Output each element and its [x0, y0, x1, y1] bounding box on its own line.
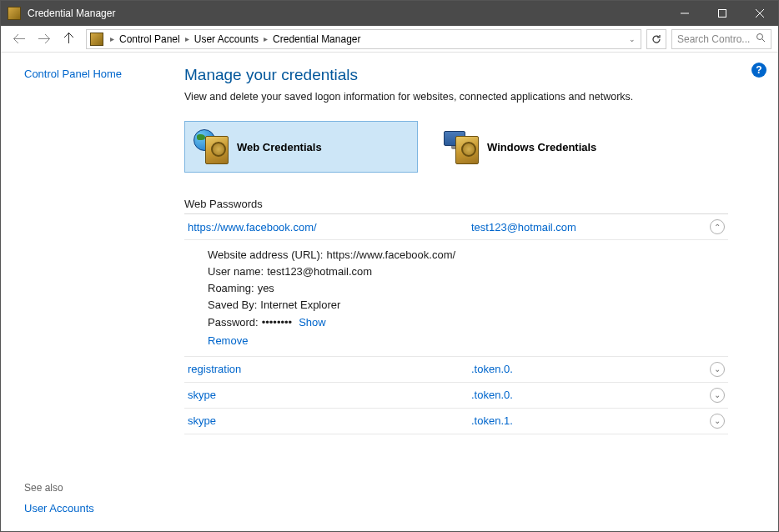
credential-site[interactable]: https://www.facebook.com/ — [188, 221, 471, 233]
back-button[interactable]: 🡠 — [8, 29, 31, 49]
show-password-link[interactable]: Show — [299, 316, 326, 329]
windows-credentials-icon — [444, 129, 479, 164]
chevron-right-icon: ▸ — [107, 34, 118, 43]
app-icon — [8, 7, 21, 20]
page-heading: Manage your credentials — [184, 66, 728, 84]
breadcrumb-item[interactable]: User Accounts — [193, 33, 260, 45]
detail-label: Website address (URL): — [208, 248, 323, 261]
credential-tiles: Web Credentials Windows Credentials — [184, 121, 728, 173]
chevron-right-icon: ▸ — [182, 34, 193, 43]
refresh-button[interactable] — [646, 29, 666, 49]
main-panel: Manage your credentials View and delete … — [184, 53, 778, 531]
close-button[interactable] — [741, 1, 778, 26]
minimize-button[interactable] — [666, 1, 703, 26]
content: ? Control Panel Home See also User Accou… — [1, 53, 778, 531]
detail-value: https://www.facebook.com/ — [326, 248, 455, 261]
maximize-button[interactable] — [703, 1, 741, 26]
breadcrumb-item[interactable]: Credential Manager — [271, 33, 362, 45]
credential-details: Website address (URL):https://www.facebo… — [184, 240, 728, 357]
section-label: Web Passwords — [184, 198, 728, 214]
svg-rect-1 — [718, 10, 726, 18]
search-icon — [756, 33, 766, 45]
search-placeholder: Search Contro... — [677, 33, 750, 45]
breadcrumb[interactable]: ▸ Control Panel ▸ User Accounts ▸ Creden… — [86, 29, 641, 49]
page-subtext: View and delete your saved logon informa… — [184, 91, 728, 103]
detail-value: yes — [258, 282, 274, 294]
up-button[interactable]: 🡡 — [58, 29, 81, 49]
see-also-label: See also — [24, 482, 174, 494]
chevron-up-icon[interactable]: ⌃ — [710, 219, 725, 234]
chevron-down-icon[interactable]: ⌄ — [710, 388, 725, 403]
credential-identity[interactable]: .token.0. — [471, 389, 710, 401]
remove-link[interactable]: Remove — [208, 333, 725, 349]
chevron-right-icon: ▸ — [260, 34, 271, 43]
credential-site[interactable]: skype — [188, 389, 471, 401]
help-icon[interactable]: ? — [751, 63, 766, 78]
svg-line-5 — [762, 39, 765, 42]
breadcrumb-item[interactable]: Control Panel — [118, 33, 182, 45]
chevron-down-icon[interactable]: ⌄ — [710, 414, 725, 429]
chevron-down-icon[interactable]: ⌄ — [710, 362, 725, 377]
search-input[interactable]: Search Contro... — [671, 29, 771, 49]
web-credentials-icon — [193, 129, 229, 164]
breadcrumb-icon — [90, 33, 103, 46]
credential-row[interactable]: skype .token.0. ⌄ — [184, 383, 728, 409]
web-credentials-tile[interactable]: Web Credentials — [184, 121, 418, 173]
detail-label: Saved By: — [208, 299, 257, 311]
credential-row[interactable]: skype .token.1. ⌄ — [184, 409, 728, 434]
windows-credentials-tile[interactable]: Windows Credentials — [435, 121, 668, 173]
password-masked: •••••••• — [262, 316, 292, 329]
credential-identity[interactable]: .token.1. — [471, 414, 710, 427]
left-panel: Control Panel Home See also User Account… — [1, 53, 184, 531]
svg-point-4 — [757, 34, 763, 40]
window-title: Credential Manager — [28, 8, 666, 19]
credential-site[interactable]: skype — [188, 414, 471, 427]
detail-label: User name: — [208, 265, 264, 278]
detail-value: test123@hotmail.com — [267, 265, 372, 278]
forward-button[interactable]: 🡢 — [33, 29, 56, 49]
titlebar: Credential Manager — [1, 1, 778, 26]
credential-identity[interactable]: test123@hotmail.com — [471, 221, 710, 233]
credential-row[interactable]: registration .token.0. ⌄ — [184, 357, 728, 383]
navbar: 🡠 🡢 🡡 ▸ Control Panel ▸ User Accounts ▸ … — [1, 26, 778, 53]
breadcrumb-dropdown[interactable]: ⌄ — [624, 35, 641, 43]
user-accounts-link[interactable]: User Accounts — [24, 502, 174, 514]
credential-identity[interactable]: .token.0. — [471, 363, 710, 375]
credential-site[interactable]: registration — [188, 363, 471, 375]
control-panel-home-link[interactable]: Control Panel Home — [24, 68, 174, 80]
detail-label: Password: — [208, 316, 259, 329]
tile-label: Windows Credentials — [487, 141, 596, 153]
detail-value: Internet Explorer — [260, 299, 340, 311]
detail-label: Roaming: — [208, 282, 254, 294]
credential-row-expanded[interactable]: https://www.facebook.com/ test123@hotmai… — [184, 214, 728, 240]
tile-label: Web Credentials — [237, 141, 322, 153]
